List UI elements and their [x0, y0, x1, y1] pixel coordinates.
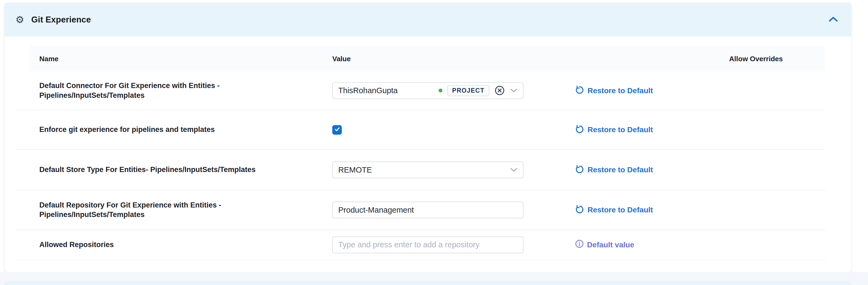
page-background-strip [0, 272, 868, 285]
table-row: Default Store Type For Entities- Pipelin… [16, 150, 825, 190]
column-header-name: Name [39, 55, 332, 63]
allowed-repositories-field [332, 237, 524, 253]
restore-to-default-button[interactable]: Restore to Default [575, 205, 825, 216]
action-label: Restore to Default [588, 126, 653, 134]
action-label: Restore to Default [588, 86, 653, 95]
column-header-allow-overrides: Allow Overrides [729, 55, 825, 63]
chevron-down-icon[interactable] [510, 88, 518, 93]
setting-label: Default Connector For Git Experience wit… [39, 81, 332, 100]
chevron-down-icon[interactable] [510, 168, 518, 172]
clear-connector-icon[interactable] [494, 85, 505, 96]
default-connector-select[interactable]: ThisRohanGupta PROJECT [332, 82, 524, 99]
check-icon [334, 126, 340, 134]
enforce-git-experience-checkbox[interactable] [332, 125, 342, 135]
table-row: Default Repository For Git Experience wi… [16, 190, 825, 230]
reset-icon [575, 165, 584, 176]
action-label: Restore to Default [588, 206, 653, 214]
default-repository-input[interactable] [338, 206, 518, 215]
reset-icon [575, 124, 584, 136]
scope-badge: PROJECT [447, 85, 489, 96]
connector-status-dot [439, 88, 442, 93]
store-type-dropdown[interactable]: REMOTE [332, 162, 524, 178]
connector-value: ThisRohanGupta [338, 86, 398, 95]
setting-label: Default Store Type For Entities- Pipelin… [39, 165, 332, 175]
info-icon [575, 240, 584, 250]
reset-icon [575, 205, 584, 216]
restore-to-default-button[interactable]: Restore to Default [575, 124, 825, 136]
allowed-repositories-input[interactable] [338, 240, 518, 249]
reset-icon [575, 85, 584, 96]
chevron-up-icon [828, 16, 838, 24]
default-value-indicator[interactable]: Default value [575, 240, 825, 250]
restore-to-default-button[interactable]: Restore to Default [575, 85, 825, 96]
default-repository-field [332, 202, 524, 218]
table-row: Default Connector For Git Experience wit… [16, 72, 825, 110]
action-label: Restore to Default [588, 166, 653, 174]
setting-label: Allowed Repositories [39, 240, 332, 250]
table-row: Enforce git experience for pipelines and… [16, 110, 825, 150]
setting-label: Enforce git experience for pipelines and… [39, 125, 332, 134]
settings-table: Name Value Allow Overrides Default Conne… [16, 46, 825, 260]
gear-icon: ⚙ [16, 15, 24, 25]
setting-label: Default Repository For Git Experience wi… [39, 201, 332, 219]
git-experience-settings-card: ⚙ Git Experience Name Value Allow Overri… [5, 3, 851, 272]
action-label: Default value [587, 241, 634, 249]
section-title: Git Experience [31, 15, 91, 25]
table-header-row: Name Value Allow Overrides [30, 46, 825, 72]
store-type-value: REMOTE [338, 166, 372, 175]
restore-to-default-button[interactable]: Restore to Default [575, 165, 825, 176]
collapse-section-button[interactable] [828, 16, 838, 24]
column-header-value: Value [332, 55, 575, 63]
table-row: Allowed Repositories Default value [16, 230, 825, 260]
next-section-card-top [5, 282, 851, 285]
section-header[interactable]: ⚙ Git Experience [5, 3, 851, 37]
